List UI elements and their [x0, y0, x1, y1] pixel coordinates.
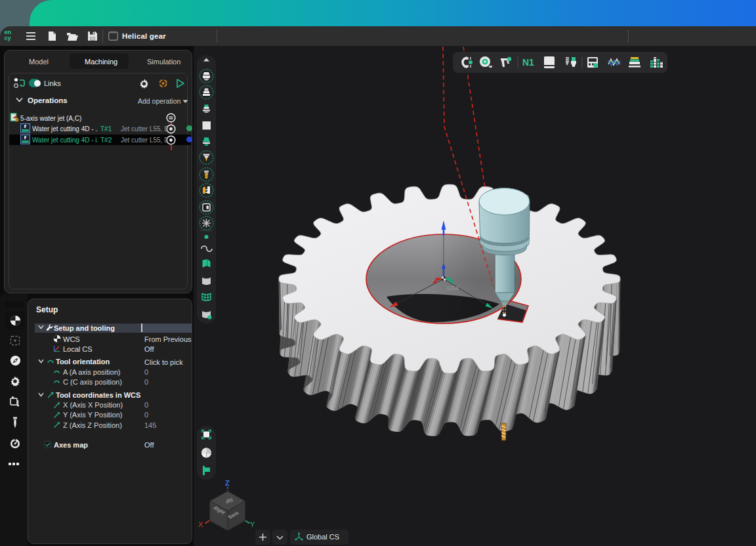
svg-text:G54: G54	[447, 284, 459, 291]
svg-text:Z: Z	[225, 479, 230, 487]
svg-text:X: X	[198, 520, 203, 528]
svg-text:Y: Y	[250, 520, 255, 528]
svg-text:cy: cy	[5, 35, 11, 41]
svg-text:N1: N1	[522, 57, 534, 68]
